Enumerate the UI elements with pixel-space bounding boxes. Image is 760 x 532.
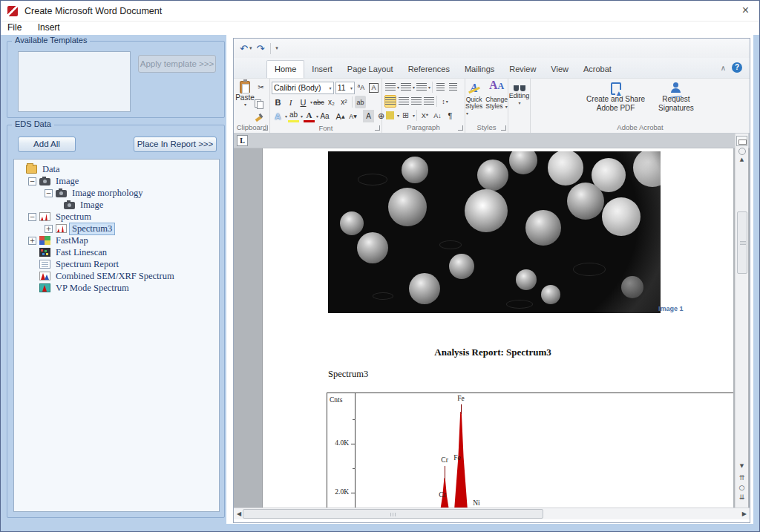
- place-in-report-button[interactable]: Place In Report >>>: [134, 137, 217, 152]
- line-spacing-icon[interactable]: ↕▾: [439, 95, 451, 108]
- chevron-down-icon[interactable]: ▾: [301, 114, 303, 119]
- tree-item-vp-mode-spectrum[interactable]: VP Mode Spectrum: [14, 282, 219, 294]
- tree-item-image-morphology[interactable]: − Image morphology: [14, 187, 219, 199]
- underline-dropdown-icon[interactable]: ▾: [310, 99, 312, 105]
- copy-icon[interactable]: [255, 99, 263, 108]
- tree-item-spectrum[interactable]: − Spectrum: [14, 211, 219, 223]
- subscript-button[interactable]: x₂: [326, 96, 337, 108]
- asian-layout-icon[interactable]: X*: [419, 109, 430, 122]
- numbering-icon[interactable]: [400, 81, 411, 93]
- editing-button[interactable]: Editing ▾: [510, 80, 528, 106]
- change-case-icon[interactable]: Aa: [319, 110, 330, 122]
- increase-indent-icon[interactable]: [448, 81, 459, 93]
- customize-qat-icon[interactable]: ▾: [275, 45, 278, 51]
- request-signatures-button[interactable]: Request Signatures: [658, 80, 694, 122]
- document-page[interactable]: Image 1 Analysis Report: Spectrum3 Spect…: [263, 148, 733, 508]
- tree-item-fast-linescan[interactable]: Fast Linescan: [14, 246, 219, 258]
- sort-icon[interactable]: A↓: [432, 109, 443, 122]
- shading-icon[interactable]: [384, 109, 396, 122]
- paste-dropdown-icon[interactable]: ▾: [244, 102, 246, 107]
- tree-item-fastmap[interactable]: + FastMap: [14, 234, 219, 246]
- grow-font-icon[interactable]: A▲: [335, 110, 346, 122]
- tab-stop-selector[interactable]: L: [237, 135, 248, 146]
- align-left-button[interactable]: [384, 95, 396, 108]
- phonetic-guide-icon[interactable]: ªA: [356, 82, 367, 94]
- text-highlight-icon[interactable]: ab: [288, 110, 299, 122]
- tree-item-combined-sem-xrf[interactable]: Combined SEM/XRF Spectrum: [14, 270, 219, 282]
- text-effects-icon[interactable]: A: [272, 110, 284, 122]
- scroll-down-icon[interactable]: ▼: [736, 463, 748, 469]
- help-icon[interactable]: ?: [732, 62, 742, 73]
- change-styles-button[interactable]: AA Change Styles ▾: [484, 80, 509, 122]
- tab-page-layout[interactable]: Page Layout: [340, 61, 401, 78]
- tab-view[interactable]: View: [543, 61, 576, 78]
- tree-item-spectrum-report[interactable]: Spectrum Report: [14, 258, 219, 270]
- redo-icon[interactable]: ↷: [256, 43, 264, 54]
- decrease-indent-icon[interactable]: [435, 81, 446, 93]
- tab-review[interactable]: Review: [502, 61, 543, 78]
- character-border-icon[interactable]: A: [369, 83, 378, 93]
- vertical-scroll-thumb[interactable]: [737, 211, 747, 274]
- close-icon[interactable]: ×: [742, 4, 749, 17]
- scroll-right-icon[interactable]: ▶: [742, 510, 747, 517]
- horizontal-scroll-thumb[interactable]: [243, 509, 543, 519]
- underline-button[interactable]: U: [298, 96, 309, 108]
- align-right-button[interactable]: [410, 95, 422, 108]
- apply-template-button[interactable]: Apply template >>>: [138, 55, 216, 73]
- ruler-toggle-icon[interactable]: [736, 136, 747, 146]
- tree-item-spectrum3[interactable]: + Spectrum3: [14, 223, 219, 234]
- expand-icon[interactable]: +: [45, 225, 53, 233]
- font-color-icon[interactable]: A: [304, 110, 315, 122]
- tab-mailings[interactable]: Mailings: [457, 61, 502, 78]
- menu-insert[interactable]: Insert: [31, 22, 67, 33]
- tab-references[interactable]: References: [401, 61, 457, 78]
- bullets-icon[interactable]: [384, 81, 396, 93]
- next-page-icon[interactable]: ⇊: [736, 493, 748, 501]
- chevron-down-icon[interactable]: ▾: [316, 114, 318, 119]
- select-browse-object-icon[interactable]: ○: [736, 484, 748, 491]
- clipboard-dialog-launcher[interactable]: [263, 125, 268, 131]
- previous-page-icon[interactable]: ⇈: [736, 474, 748, 482]
- justify-button[interactable]: [423, 95, 434, 108]
- horizontal-scrollbar[interactable]: ◀ ▶: [234, 508, 750, 519]
- cut-icon[interactable]: ✂: [255, 81, 266, 93]
- chevron-down-icon[interactable]: ▾: [285, 114, 287, 119]
- quick-styles-button[interactable]: A Quick Styles ▾: [464, 80, 484, 122]
- superscript-button[interactable]: x²: [338, 96, 350, 108]
- menu-file[interactable]: File: [1, 22, 28, 33]
- character-shading-icon[interactable]: A: [363, 110, 374, 122]
- bold-button[interactable]: B: [272, 96, 284, 108]
- vertical-scrollbar[interactable]: ▲ ▼ ⇈ ○ ⇊: [735, 134, 748, 508]
- undo-dropdown-icon[interactable]: ▾: [249, 45, 252, 51]
- collapse-icon[interactable]: −: [28, 177, 36, 185]
- scroll-up-icon[interactable]: ▲: [736, 157, 748, 162]
- pilcrow-icon[interactable]: ¶: [445, 109, 456, 122]
- scroll-gadget-icon[interactable]: [738, 148, 746, 155]
- styles-dialog-launcher[interactable]: [501, 125, 506, 131]
- paragraph-dialog-launcher[interactable]: [458, 125, 463, 131]
- borders-icon[interactable]: ⊞: [400, 109, 411, 122]
- undo-icon[interactable]: ↶: [240, 43, 248, 54]
- paste-button[interactable]: Paste ▾: [235, 80, 255, 122]
- format-painter-icon[interactable]: [255, 113, 263, 122]
- collapse-icon[interactable]: −: [28, 213, 36, 221]
- eds-data-tree[interactable]: Data − Image − Image morphology Image − …: [13, 159, 220, 512]
- shrink-font-icon[interactable]: A▼: [347, 110, 358, 122]
- font-size-select[interactable]: 11 ▾: [335, 82, 355, 94]
- tree-item-image-child[interactable]: Image: [14, 199, 219, 211]
- tree-item-data[interactable]: Data: [14, 163, 219, 175]
- align-center-button[interactable]: [398, 95, 409, 108]
- tab-insert[interactable]: Insert: [304, 61, 340, 78]
- create-share-pdf-button[interactable]: ▲ Create and Share Adobe PDF: [586, 80, 645, 122]
- tree-item-image[interactable]: − Image: [14, 175, 219, 187]
- collapse-icon[interactable]: −: [45, 189, 53, 197]
- scroll-left-icon[interactable]: ◀: [237, 510, 241, 517]
- tab-home[interactable]: Home: [266, 60, 304, 78]
- expand-icon[interactable]: +: [28, 237, 36, 245]
- font-dialog-launcher[interactable]: [375, 125, 380, 131]
- italic-button[interactable]: I: [285, 96, 296, 108]
- clear-formatting-icon[interactable]: ab: [355, 96, 366, 108]
- add-all-button[interactable]: Add All: [18, 137, 76, 152]
- tab-acrobat[interactable]: Acrobat: [576, 61, 619, 78]
- minimize-ribbon-icon[interactable]: ∧: [721, 64, 726, 72]
